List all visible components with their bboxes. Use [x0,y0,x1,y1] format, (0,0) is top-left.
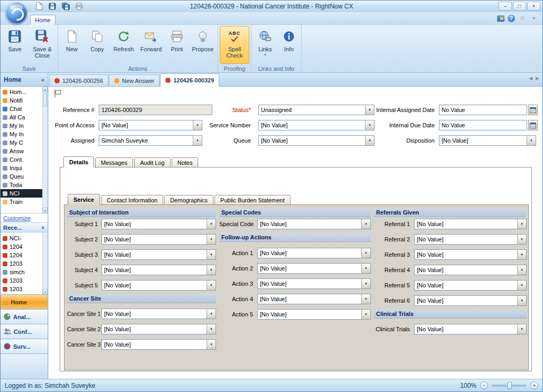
chevron-down-icon[interactable]: ▼ [207,250,216,259]
detail-tab[interactable]: Messages [95,157,133,167]
scroll-down-icon[interactable]: ▼ [43,208,48,213]
service-tab[interactable]: Public Burden Statement [214,195,291,205]
tree-item[interactable]: Queu [1,172,42,181]
forward-button[interactable]: Forward [138,26,164,64]
document-tab[interactable]: New Answer [109,74,160,86]
recent-item[interactable]: 1204 [1,251,42,259]
close-workspace-icon[interactable]: × [530,14,538,22]
links-button[interactable]: Links ▼ [253,26,277,64]
subject-dropdown[interactable]: [No Value] ▼ [101,234,216,245]
chevron-down-icon[interactable]: ▼ [361,248,370,258]
recent-item[interactable]: NCI- [1,234,42,242]
community-icon[interactable] [497,15,504,22]
action-dropdown[interactable]: [No Value] ▼ [257,278,371,289]
collapse-sidebar-icon[interactable]: « [41,77,44,83]
chevron-down-icon[interactable]: ▼ [517,219,526,229]
calendar-icon[interactable] [528,120,538,130]
chevron-down-icon[interactable]: ▼ [517,235,526,244]
referral-dropdown[interactable]: [No Value] ▼ [414,249,527,260]
chevron-down-icon[interactable]: ▼ [361,279,370,288]
maximize-button[interactable]: □ [513,2,526,11]
chevron-down-icon[interactable]: ▼ [361,294,370,304]
chevron-down-icon[interactable]: ▼ [517,324,526,334]
tree-item[interactable]: My In [1,130,42,138]
save-and-close-button[interactable]: Save & Close [29,26,56,64]
chevron-down-icon[interactable]: ▼ [361,219,370,229]
subject-dropdown[interactable]: [No Value] ▼ [101,280,216,291]
disposition-dropdown[interactable]: [No Value] ▼ [439,135,536,146]
service-tab[interactable]: Service [68,194,100,205]
zoom-slider[interactable] [492,385,527,387]
chevron-down-icon[interactable]: ▼ [517,281,526,290]
action-dropdown[interactable]: [No Value] ▼ [257,309,371,320]
nav-button-analytics[interactable]: Anal... [1,310,48,324]
referral-dropdown[interactable]: [No Value] ▼ [414,219,527,229]
chevron-down-icon[interactable]: ▼ [207,235,216,244]
service-tab[interactable]: Demographics [164,195,213,205]
tree-item[interactable]: My In [1,122,42,130]
chevron-down-icon[interactable]: ▼ [207,219,216,229]
referral-dropdown[interactable]: [No Value] ▼ [414,265,527,275]
chevron-down-icon[interactable]: ▼ [207,324,216,334]
status-dropdown[interactable]: Unassigned ▼ [258,105,375,115]
spell-check-button[interactable]: ABC Spell Check [220,26,249,64]
service-number-dropdown[interactable]: [No Value] ▼ [258,120,375,130]
recent-item[interactable]: 1203 [1,276,42,285]
tree-item[interactable]: Notifi [1,96,42,105]
chevron-down-icon[interactable]: ▼ [517,250,526,259]
save-all-icon[interactable] [60,1,71,11]
copy-button[interactable]: Copy [85,26,109,64]
referral-dropdown[interactable]: [No Value] ▼ [414,280,527,291]
chevron-down-icon[interactable]: ▼ [517,296,526,305]
chevron-down-icon[interactable]: ▼ [517,265,526,275]
tree-item[interactable]: Cont. [1,155,42,164]
tree-item[interactable]: Answ [1,147,42,155]
chevron-down-icon[interactable]: ▼ [361,264,370,273]
chevron-down-icon[interactable]: ▼ [527,136,536,145]
scroll-up-icon[interactable]: ▲ [43,87,48,92]
cancer-site-dropdown[interactable]: [No Value] ▼ [101,309,216,319]
tree-scrollbar[interactable]: ▲ ▼ [42,87,48,213]
clinical-trials-dropdown[interactable]: [No Value] ▼ [414,324,527,334]
detail-tab[interactable]: Notes [172,157,199,167]
subject-dropdown[interactable]: [No Value] ▼ [101,249,216,260]
chevron-down-icon[interactable]: ▼ [207,340,216,349]
recent-item[interactable]: 1203 [1,259,42,268]
action-dropdown[interactable]: [No Value] ▼ [257,294,371,304]
help-icon[interactable]: ? [508,15,515,22]
chevron-down-icon[interactable]: ▼ [207,309,216,319]
special-code-dropdown[interactable]: [No Value] ▼ [257,219,371,229]
save-icon[interactable] [46,1,58,11]
collapse-recent-icon[interactable]: « [40,226,46,229]
scrollbar-thumb[interactable] [43,93,47,107]
chevron-down-icon[interactable]: ▼ [207,281,216,290]
zoom-out-button[interactable]: − [480,381,488,389]
scroll-down-icon[interactable]: ▼ [43,289,48,294]
zoom-slider-thumb[interactable] [507,382,512,389]
minimize-button[interactable]: – [499,2,512,11]
application-menu-orb[interactable] [5,2,27,24]
service-tab[interactable]: Contact Information [101,195,163,205]
subject-dropdown[interactable]: [No Value] ▼ [101,265,216,275]
new-document-icon[interactable] [33,1,45,11]
tree-item[interactable]: My C [1,138,42,147]
nav-button-home[interactable]: ⌂ Home [1,295,48,310]
cancer-site-dropdown[interactable]: [No Value] ▼ [101,339,216,350]
referral-dropdown[interactable]: [No Value] ▼ [414,234,527,245]
recent-item[interactable]: 1204 [1,242,42,251]
queue-dropdown[interactable]: [No Value] ▼ [258,135,375,146]
tab-scroll-right-icon[interactable]: ▶ [536,76,539,81]
detail-tab[interactable]: Details [63,156,94,167]
internal-assigned-date-input[interactable]: No Value [439,105,527,115]
action-dropdown[interactable]: [No Value] ▼ [257,248,371,258]
tree-item[interactable]: Train [1,198,42,206]
subject-dropdown[interactable]: [No Value] ▼ [101,219,216,229]
customize-link[interactable]: Customize [3,215,31,221]
chevron-down-icon[interactable]: ▼ [361,310,370,319]
tree-item[interactable]: NCI [1,189,42,198]
chevron-down-icon[interactable]: ▼ [207,265,216,275]
ribbon-tab-home[interactable]: Home [30,15,55,25]
tree-item[interactable]: Inqui [1,164,42,172]
print-button[interactable]: Print [165,26,189,64]
tree-item[interactable]: All Ca [1,113,42,122]
